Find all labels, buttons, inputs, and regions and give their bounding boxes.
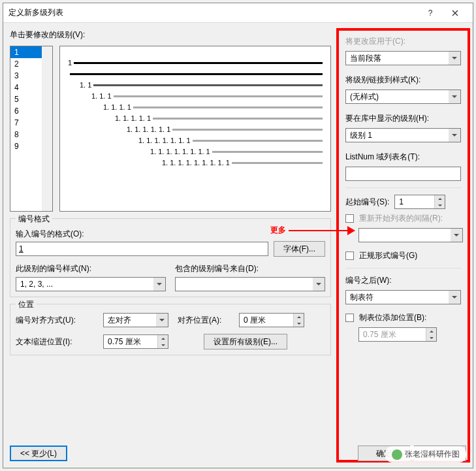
listnum-input[interactable] xyxy=(345,167,461,181)
close-button[interactable] xyxy=(443,3,468,23)
level-item-2[interactable]: 2 xyxy=(10,58,42,70)
preview-pane: 1 1. 1 1. 1. 1 1. 1. 1. 1 1. 1. 1. 1. 1 … xyxy=(59,46,331,212)
preview-row: 1. 1. 1. 1. 1. 1. 1. 1. 1 xyxy=(162,159,323,167)
restart-after-label: 重新开始列表的间隔(R): xyxy=(359,213,443,224)
preview-number: 1. 1. 1. 1 xyxy=(103,103,133,111)
level-item-5[interactable]: 5 xyxy=(10,93,42,105)
restart-after-select[interactable] xyxy=(358,228,463,242)
preview-row: 1. 1. 1. 1 xyxy=(103,103,323,111)
level-item-1[interactable]: 1 xyxy=(10,46,42,58)
spin-down-icon[interactable] xyxy=(157,342,168,348)
preview-number: 1. 1. 1. 1. 1. 1. 1 xyxy=(138,137,193,144)
number-format-input[interactable] xyxy=(16,242,268,256)
number-format-legend: 编号格式 xyxy=(16,214,52,225)
this-level-style-label: 此级别的编号样式(N): xyxy=(16,263,166,274)
apply-changes-value: 当前段落 xyxy=(346,53,449,64)
this-level-style-value: 1, 2, 3, ... xyxy=(16,280,153,289)
restart-checkbox[interactable] xyxy=(345,214,354,223)
include-from-select[interactable] xyxy=(175,277,325,291)
spin-down-icon[interactable] xyxy=(434,202,445,208)
preview-row: 1. 1. 1. 1. 1. 1. 1. 1 xyxy=(150,148,323,155)
set-all-levels-button[interactable]: 设置所有级别(E)... xyxy=(204,334,287,349)
preview-bar xyxy=(70,73,323,75)
add-tab-stop-label: 制表位添加位置(B): xyxy=(359,312,426,323)
preview-row: 1. 1. 1. 1. 1 xyxy=(115,114,323,122)
watermark: 张老湿科研作图 xyxy=(385,446,466,463)
follow-number-value: 制表符 xyxy=(346,292,449,303)
number-align-select[interactable]: 左对齐 xyxy=(103,313,168,327)
spin-up-icon[interactable] xyxy=(293,314,304,320)
level-listbox[interactable]: 1 2 3 4 5 6 7 8 9 ▲ ▼ xyxy=(10,46,53,212)
include-from-label: 包含的级别编号来自(D): xyxy=(175,263,325,274)
preview-row: 1. 1. 1. 1. 1. 1. 1 xyxy=(138,137,323,144)
apply-changes-label: 将更改应用于(C): xyxy=(345,36,461,47)
spin-up-icon[interactable] xyxy=(434,195,445,202)
level-listbox-inner: 1 2 3 4 5 6 7 8 9 ▲ ▼ xyxy=(10,46,52,211)
aligned-at-spinner[interactable]: 0 厘米 xyxy=(239,313,304,327)
preview-bar xyxy=(232,162,323,164)
text-indent-label: 文本缩进位置(I): xyxy=(16,336,94,348)
scroll-up-button[interactable]: ▲ xyxy=(42,46,52,57)
text-indent-spinner[interactable]: 0.75 厘米 xyxy=(103,334,168,349)
legal-style-checkbox[interactable] xyxy=(345,252,354,260)
start-at-spinner[interactable]: 1 xyxy=(394,195,445,209)
level-item-9[interactable]: 9 xyxy=(10,140,42,152)
preview-bar xyxy=(193,140,323,142)
spin-up-icon[interactable] xyxy=(157,335,168,342)
titlebar: 定义新多级列表 ? xyxy=(3,3,473,23)
aligned-at-value: 0 厘米 xyxy=(240,314,293,327)
position-legend: 位置 xyxy=(16,299,37,310)
close-icon xyxy=(452,10,458,16)
scroll-down-button[interactable]: ▼ xyxy=(42,201,52,211)
level-item-3[interactable]: 3 xyxy=(10,70,42,82)
preview-number: 1 xyxy=(68,59,74,67)
level-scrollbar[interactable]: ▲ ▼ xyxy=(42,46,52,211)
link-level-label: 将级别链接到样式(K): xyxy=(345,74,461,86)
level-item-8[interactable]: 8 xyxy=(10,129,42,140)
more-annotation: 更多 xyxy=(270,225,354,236)
add-tab-stop-checkbox[interactable] xyxy=(345,314,354,322)
link-level-select[interactable]: (无样式) xyxy=(345,89,461,104)
add-tab-stop-spinner[interactable]: 0.75 厘米 xyxy=(358,327,437,342)
level-item-7[interactable]: 7 xyxy=(10,117,42,129)
preview-number: 1. 1. 1. 1. 1 xyxy=(115,114,153,122)
follow-number-label: 编号之后(W): xyxy=(345,275,461,286)
dialog-title: 定义新多级列表 xyxy=(8,7,418,18)
preview-number: 1. 1. 1. 1. 1. 1 xyxy=(127,125,172,133)
right-pane: 将更改应用于(C): 当前段落 将级别链接到样式(K): (无样式) 要在库中显… xyxy=(336,28,470,463)
start-at-label: 起始编号(S): xyxy=(345,197,389,208)
less-button[interactable]: << 更少(L) xyxy=(10,446,67,461)
spin-down-icon[interactable] xyxy=(293,320,304,327)
show-in-gallery-label: 要在库中显示的级别(H): xyxy=(345,113,461,124)
preview-bar xyxy=(212,151,323,153)
arrow-right-icon xyxy=(289,230,354,231)
preview-row xyxy=(68,70,323,78)
level-item-4[interactable]: 4 xyxy=(10,82,42,93)
this-level-style-select[interactable]: 1, 2, 3, ... xyxy=(16,277,166,291)
scroll-thumb[interactable] xyxy=(42,57,52,201)
preview-number: 1. 1. 1. 1. 1. 1. 1. 1 xyxy=(150,148,212,155)
level-item-6[interactable]: 6 xyxy=(10,105,42,117)
spin-up-icon[interactable] xyxy=(426,328,436,334)
apply-changes-select[interactable]: 当前段落 xyxy=(345,51,461,65)
preview-number: 1. 1. 1 xyxy=(91,92,114,100)
number-align-label: 编号对齐方式(U): xyxy=(16,315,94,326)
link-level-value: (无样式) xyxy=(346,91,449,103)
number-align-value: 左对齐 xyxy=(104,315,156,326)
click-level-label: 单击要修改的级别(V): xyxy=(10,29,331,41)
position-group: 位置 编号对齐方式(U): 左对齐 对齐位置(A): 0 厘米 xyxy=(10,304,331,355)
help-button[interactable]: ? xyxy=(418,3,443,23)
dropdown-icon xyxy=(451,229,462,242)
left-pane: 单击要修改的级别(V): 1 2 3 4 5 6 7 8 9 ▲ xyxy=(10,28,336,463)
watermark-text: 张老湿科研作图 xyxy=(405,449,460,460)
follow-number-select[interactable]: 制表符 xyxy=(345,290,461,304)
spin-down-icon[interactable] xyxy=(426,334,436,341)
dropdown-icon xyxy=(449,52,460,65)
preview-bar xyxy=(114,95,323,97)
dropdown-icon xyxy=(449,129,460,142)
show-in-gallery-select[interactable]: 级别 1 xyxy=(345,128,461,142)
more-text: 更多 xyxy=(270,225,286,236)
dialog-body: 单击要修改的级别(V): 1 2 3 4 5 6 7 8 9 ▲ xyxy=(3,23,473,468)
font-button[interactable]: 字体(F)... xyxy=(274,241,325,257)
preview-bar xyxy=(153,118,323,120)
